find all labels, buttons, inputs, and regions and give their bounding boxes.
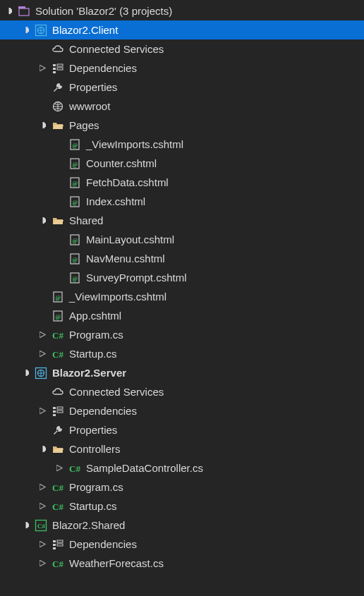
tree-item[interactable]: Program.cs: [0, 478, 364, 497]
tree-item-label: _ViewImports.cshtml: [69, 291, 166, 302]
references-icon: [51, 61, 65, 75]
tree-item[interactable]: Program.cs: [0, 325, 364, 344]
expander-placeholder: [37, 101, 48, 112]
tree-item[interactable]: Dependencies: [0, 401, 364, 420]
expander-placeholder: [54, 253, 65, 264]
tree-item-label: Counter.cshtml: [86, 158, 157, 169]
tree-item[interactable]: _ViewImports.cshtml: [0, 135, 364, 154]
chevron-expanded-icon[interactable]: [37, 444, 48, 455]
cshtml-icon: [68, 157, 82, 171]
tree-item[interactable]: Properties: [0, 78, 364, 97]
tree-item[interactable]: Solution 'Blazor2' (3 projects): [0, 1, 364, 20]
tree-item-label: Connected Services: [69, 387, 164, 397]
csharp-icon: [51, 480, 65, 494]
tree-item-label: Program.cs: [69, 482, 123, 492]
tree-item-label: Startup.cs: [69, 348, 117, 359]
expander-placeholder: [37, 82, 48, 93]
tree-item[interactable]: Blazor2.Client: [0, 20, 364, 39]
tree-item[interactable]: App.cshtml: [0, 306, 364, 325]
tree-item[interactable]: wwwroot: [0, 97, 364, 116]
chevron-collapsed-icon[interactable]: [37, 482, 48, 493]
csharp-icon: [51, 499, 65, 513]
tree-item-label: Startup.cs: [69, 501, 117, 511]
tree-item[interactable]: SurveyPrompt.cshtml: [0, 268, 364, 287]
tree-item-label: Controllers: [69, 444, 121, 454]
tree-item-label: Shared: [69, 215, 103, 226]
tree-item[interactable]: Properties: [0, 420, 364, 439]
chevron-collapsed-icon[interactable]: [37, 406, 48, 417]
tree-item[interactable]: Dependencies: [0, 59, 364, 78]
chevron-collapsed-icon[interactable]: [37, 558, 48, 569]
tree-item[interactable]: WeatherForecast.cs: [0, 554, 364, 573]
chevron-expanded-icon[interactable]: [20, 367, 31, 379]
chevron-collapsed-icon[interactable]: [37, 329, 48, 341]
chevron-collapsed-icon[interactable]: [54, 463, 65, 474]
chevron-expanded-icon[interactable]: [37, 120, 48, 131]
tree-item[interactable]: Blazor2.Server: [0, 363, 364, 382]
cshtml-icon: [68, 233, 82, 247]
tree-item-label: SurveyPrompt.cshtml: [86, 272, 187, 283]
expander-placeholder: [37, 310, 48, 322]
chevron-expanded-icon[interactable]: [20, 520, 31, 531]
tree-item-label: WeatherForecast.cs: [69, 558, 164, 568]
expander-placeholder: [54, 272, 65, 284]
tree-item-label: _ViewImports.cshtml: [86, 139, 183, 150]
tree-item-label: Dependencies: [69, 63, 137, 73]
cshtml-icon: [68, 252, 82, 266]
tree-item-label: NavMenu.cshtml: [86, 253, 165, 264]
tree-item[interactable]: Dependencies: [0, 535, 364, 554]
tree-item-label: Pages: [69, 120, 99, 130]
cshtml-icon: [68, 176, 82, 190]
cshtml-icon: [51, 290, 65, 304]
tree-item[interactable]: Shared: [0, 211, 364, 230]
cshtml-icon: [68, 138, 82, 152]
tree-item[interactable]: Counter.cshtml: [0, 154, 364, 173]
csharp-icon: [51, 328, 65, 342]
chevron-expanded-icon[interactable]: [20, 25, 31, 36]
chevron-expanded-icon[interactable]: [3, 6, 14, 17]
tree-item-label: Properties: [69, 425, 117, 435]
csharp-icon: [51, 347, 65, 361]
tree-item[interactable]: Index.cshtml: [0, 192, 364, 211]
solution-explorer-tree[interactable]: Solution 'Blazor2' (3 projects)Blazor2.C…: [0, 0, 364, 573]
cloud-icon: [51, 385, 65, 399]
solution-icon: [17, 4, 31, 18]
chevron-expanded-icon[interactable]: [37, 215, 48, 226]
cshtml-icon: [68, 271, 82, 285]
tree-item[interactable]: Startup.cs: [0, 344, 364, 363]
expander-placeholder: [54, 234, 65, 245]
tree-item[interactable]: Startup.cs: [0, 497, 364, 516]
tree-item[interactable]: Blazor2.Shared: [0, 516, 364, 535]
tree-item[interactable]: _ViewImports.cshtml: [0, 287, 364, 306]
tree-item[interactable]: Controllers: [0, 439, 364, 458]
wrench-icon: [51, 80, 65, 95]
folder-open-icon: [51, 118, 65, 133]
csharp-icon: [51, 557, 65, 571]
tree-item-label: Solution 'Blazor2' (3 projects): [35, 6, 172, 16]
folder-open-icon: [51, 214, 65, 228]
chevron-collapsed-icon[interactable]: [37, 348, 48, 360]
chevron-collapsed-icon[interactable]: [37, 63, 48, 74]
expander-placeholder: [54, 177, 65, 188]
tree-item[interactable]: SampleDataController.cs: [0, 458, 364, 478]
tree-item[interactable]: Connected Services: [0, 382, 364, 401]
tree-item-label: Program.cs: [69, 329, 123, 340]
csharp-project-icon: [34, 518, 48, 533]
folder-open-icon: [51, 442, 65, 456]
tree-item-label: Dependencies: [69, 406, 137, 416]
expander-placeholder: [37, 291, 48, 303]
cloud-icon: [51, 42, 65, 56]
chevron-collapsed-icon[interactable]: [37, 501, 48, 512]
tree-item[interactable]: NavMenu.cshtml: [0, 249, 364, 268]
tree-item[interactable]: Pages: [0, 116, 364, 135]
expander-placeholder: [54, 158, 65, 169]
tree-item[interactable]: MainLayout.cshtml: [0, 230, 364, 249]
tree-item[interactable]: Connected Services: [0, 39, 364, 59]
tree-item-label: MainLayout.cshtml: [86, 234, 174, 245]
chevron-collapsed-icon[interactable]: [37, 539, 48, 550]
tree-item-label: Blazor2.Shared: [52, 520, 125, 530]
globe-icon: [51, 99, 65, 114]
tree-item[interactable]: FetchData.cshtml: [0, 173, 364, 192]
globe-project-icon: [34, 366, 48, 380]
tree-item-label: Connected Services: [69, 44, 164, 54]
